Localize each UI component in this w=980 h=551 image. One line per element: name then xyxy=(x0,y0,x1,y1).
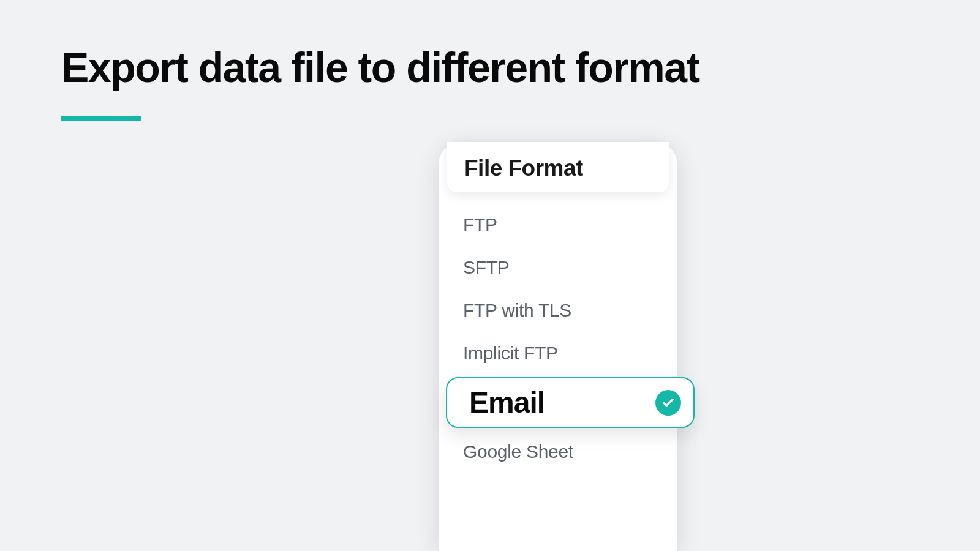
page-heading-container: Export data file to different format xyxy=(61,44,699,121)
option-selected-label: Email xyxy=(469,386,545,419)
file-format-card: File Format FTP SFTP FTP with TLS Implic… xyxy=(439,142,677,551)
option-google-sheet[interactable]: Google Sheet xyxy=(439,430,677,473)
option-implicit-ftp[interactable]: Implicit FTP xyxy=(439,332,677,375)
check-icon xyxy=(655,390,681,416)
option-sftp[interactable]: SFTP xyxy=(439,246,677,289)
option-email-selected[interactable]: Email xyxy=(446,377,695,428)
card-header: File Format xyxy=(447,142,669,192)
card-title: File Format xyxy=(464,156,652,181)
option-ftp-tls[interactable]: FTP with TLS xyxy=(439,289,677,332)
options-list: FTP SFTP FTP with TLS Implicit FTP Email… xyxy=(439,203,677,473)
option-ftp[interactable]: FTP xyxy=(439,203,677,246)
heading-underline xyxy=(61,116,141,121)
page-title: Export data file to different format xyxy=(61,44,699,91)
